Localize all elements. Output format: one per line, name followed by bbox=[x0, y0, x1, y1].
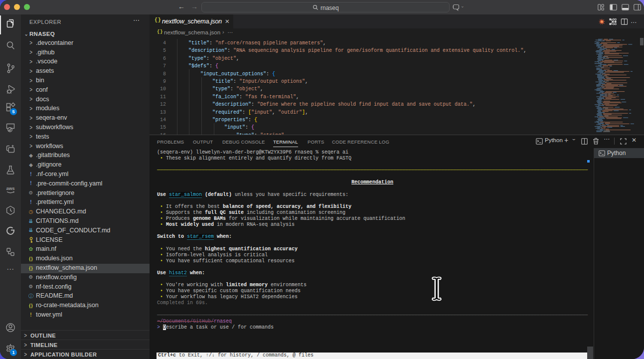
svg-text:aws: aws bbox=[6, 186, 14, 191]
